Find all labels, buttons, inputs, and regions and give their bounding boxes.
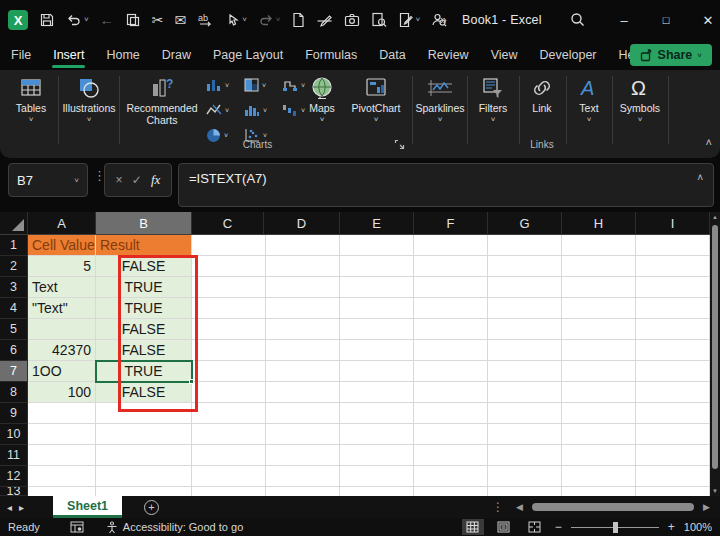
cell-B10[interactable]: [96, 424, 192, 445]
horizontal-scrollbar-thumb[interactable]: [532, 503, 694, 511]
close-button[interactable]: ✕: [688, 0, 720, 40]
search-icon[interactable]: [570, 12, 585, 27]
tab-view[interactable]: View: [480, 42, 529, 68]
column-header-g[interactable]: G: [488, 212, 562, 235]
row-header-selected[interactable]: 7: [0, 361, 28, 382]
row-header[interactable]: 9: [0, 403, 28, 424]
row-header[interactable]: 3: [0, 277, 28, 298]
pivotchart-button[interactable]: PivotChart ˅: [345, 76, 407, 124]
vertical-scrollbar[interactable]: ▲ ▼: [710, 212, 720, 496]
text-button[interactable]: A Text ˅: [569, 76, 609, 124]
zoom-in-button[interactable]: +: [668, 520, 675, 534]
page-break-preview-button[interactable]: [524, 519, 546, 535]
undo-button[interactable]: ˅: [66, 12, 89, 28]
tab-home[interactable]: Home: [95, 42, 150, 68]
scrollbar-resize-handle[interactable]: ⋮: [492, 500, 504, 514]
new-document-icon[interactable]: [291, 12, 305, 28]
area-chart-button[interactable]: ˅: [244, 78, 266, 92]
row-header[interactable]: 10: [0, 424, 28, 445]
tab-page-layout[interactable]: Page Layout: [202, 42, 294, 68]
scroll-down-icon[interactable]: ▼: [710, 488, 720, 494]
zoom-level[interactable]: 100%: [684, 521, 712, 533]
scroll-left-icon[interactable]: ◀: [516, 502, 523, 512]
status-mode[interactable]: Ready: [8, 521, 40, 533]
macro-record-icon[interactable]: [70, 521, 84, 533]
maps-button[interactable]: Maps ˅: [302, 76, 342, 124]
accessibility-status[interactable]: Accessibility: Good to go: [106, 521, 243, 534]
tab-review[interactable]: Review: [417, 42, 480, 68]
cell-A6[interactable]: 42370: [28, 340, 96, 361]
horizontal-scrollbar[interactable]: [530, 503, 698, 511]
cell-A3[interactable]: Text: [28, 277, 96, 298]
edit-document-icon[interactable]: ˅: [398, 12, 420, 28]
sheet-nav-left-icon[interactable]: ◂: [0, 502, 19, 513]
cell-A11[interactable]: [28, 445, 96, 466]
filters-button[interactable]: Filters ˅: [470, 76, 516, 124]
name-box[interactable]: B7 ˅: [8, 163, 88, 197]
excel-logo-icon[interactable]: X: [8, 10, 28, 30]
print-preview-icon[interactable]: [371, 12, 387, 28]
vertical-scrollbar-thumb[interactable]: [712, 225, 718, 469]
line-chart-button[interactable]: ˅: [206, 103, 229, 117]
column-header-c[interactable]: C: [192, 212, 264, 235]
cell-A7[interactable]: 1OO: [28, 361, 96, 382]
toolbar-overflow-chevron[interactable]: »: [440, 0, 447, 40]
tab-data[interactable]: Data: [368, 42, 416, 68]
charts-dialog-launcher[interactable]: [394, 139, 405, 150]
row-header[interactable]: 2: [0, 256, 28, 277]
expand-formula-bar-chevron[interactable]: ˄: [697, 172, 703, 183]
ink-pen-icon[interactable]: [316, 13, 333, 28]
symbols-button[interactable]: Ω Symbols ˅: [615, 76, 665, 124]
link-button[interactable]: Link: [522, 76, 562, 114]
scroll-right-icon[interactable]: ▶: [703, 502, 710, 512]
cell-A10[interactable]: [28, 424, 96, 445]
insert-function-icon[interactable]: fx: [151, 172, 160, 188]
cancel-formula-icon[interactable]: ×: [116, 173, 123, 187]
sheet-tab-sheet1[interactable]: Sheet1: [53, 496, 122, 518]
maximize-button[interactable]: □: [646, 0, 686, 40]
redo-button[interactable]: ˅: [258, 12, 281, 28]
recommended-charts-button[interactable]: ? RecommendedCharts: [124, 76, 200, 126]
zoom-slider-handle[interactable]: [613, 522, 618, 533]
row-header[interactable]: 6: [0, 340, 28, 361]
tab-file[interactable]: File: [0, 42, 42, 68]
zoom-out-button[interactable]: −: [555, 520, 562, 534]
zoom-slider[interactable]: [571, 527, 659, 528]
tab-developer[interactable]: Developer: [529, 42, 608, 68]
tab-draw[interactable]: Draw: [151, 42, 202, 68]
column-header-e[interactable]: E: [340, 212, 414, 235]
illustrations-button[interactable]: Illustrations ˅: [62, 76, 116, 124]
row-header[interactable]: 13: [0, 487, 28, 496]
cell-A12[interactable]: [28, 466, 96, 487]
tab-formulas[interactable]: Formulas: [294, 42, 368, 68]
page-layout-view-button[interactable]: [493, 519, 515, 535]
normal-view-button[interactable]: [462, 519, 484, 535]
camera-icon[interactable]: [344, 13, 360, 27]
cell-A8[interactable]: 100: [28, 382, 96, 403]
cell-A4[interactable]: "Text": [28, 298, 96, 319]
row-header[interactable]: 12: [0, 466, 28, 487]
tables-button[interactable]: Tables ˅: [8, 76, 54, 124]
cell-A1[interactable]: Cell Value: [28, 235, 96, 256]
formula-input[interactable]: =ISTEXT(A7) ˄: [178, 163, 714, 207]
share-button[interactable]: Share ˅: [630, 44, 712, 66]
cut-icon[interactable]: ✂: [152, 13, 164, 27]
collapse-ribbon-chevron[interactable]: ˄: [706, 136, 712, 148]
scroll-up-icon[interactable]: ▲: [710, 214, 720, 220]
minimize-button[interactable]: –: [604, 0, 644, 40]
cell-B12[interactable]: [96, 466, 192, 487]
cell-A13[interactable]: [28, 487, 96, 496]
add-sheet-button[interactable]: +: [144, 500, 159, 515]
cell-A5[interactable]: [28, 319, 96, 340]
sheet-nav-right-icon[interactable]: ▸: [19, 502, 31, 513]
column-header-d[interactable]: D: [264, 212, 340, 235]
enter-formula-icon[interactable]: ✓: [132, 173, 142, 187]
column-header-b[interactable]: B: [96, 212, 192, 235]
cell-A2[interactable]: 5: [28, 256, 96, 277]
column-header-i[interactable]: I: [636, 212, 710, 235]
copy-icon[interactable]: [125, 12, 141, 28]
row-header[interactable]: 1: [0, 235, 28, 256]
column-chart-button[interactable]: ˅: [206, 78, 229, 92]
column-header-f[interactable]: F: [414, 212, 488, 235]
back-icon[interactable]: ←: [100, 13, 114, 27]
